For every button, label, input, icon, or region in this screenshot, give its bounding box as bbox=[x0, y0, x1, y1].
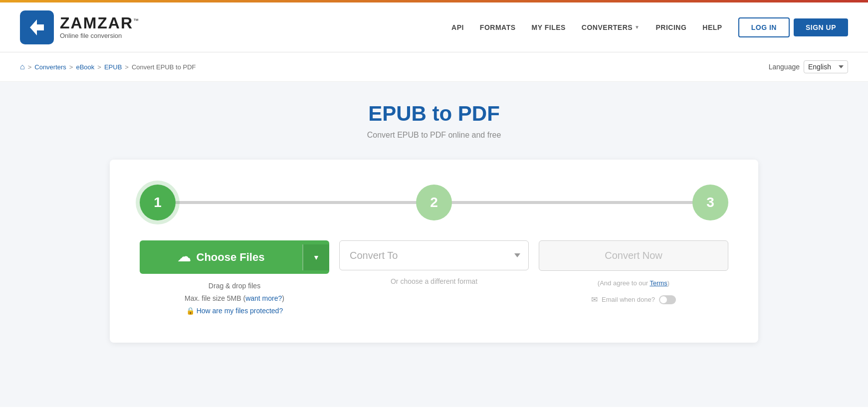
convert-to-select[interactable]: Convert To PDF DOCX MOBI bbox=[339, 240, 529, 270]
email-toggle[interactable] bbox=[659, 295, 676, 304]
terms-link[interactable]: Terms bbox=[650, 279, 667, 287]
nav-pricing[interactable]: PRICING bbox=[656, 23, 687, 31]
choose-files-col: ☁ Choose Files ▼ Drag & drop files Max. … bbox=[140, 240, 329, 318]
protection-row: 🔒 How are my files protected? bbox=[185, 305, 284, 317]
actions-row: ☁ Choose Files ▼ Drag & drop files Max. … bbox=[140, 240, 728, 318]
converters-dropdown-arrow: ▼ bbox=[635, 24, 640, 30]
svg-marker-0 bbox=[30, 19, 44, 35]
breadcrumb-current: Convert EPUB to PDF bbox=[132, 63, 196, 71]
upload-icon: ☁ bbox=[178, 249, 191, 265]
want-more-link[interactable]: want more? bbox=[245, 294, 282, 302]
breadcrumb-bar: ⌂ > Converters > eBook > EPUB > Convert … bbox=[0, 52, 868, 82]
choose-files-button[interactable]: ☁ Choose Files ▼ bbox=[140, 240, 329, 274]
page-subtitle: Convert EPUB to PDF online and free bbox=[20, 131, 848, 140]
choose-files-label: Choose Files bbox=[197, 251, 265, 264]
nav-formats[interactable]: FORMATS bbox=[480, 23, 516, 31]
nav-help[interactable]: HELP bbox=[702, 23, 722, 31]
convert-now-hints: (And agree to our Terms) ✉ Email when do… bbox=[591, 277, 676, 308]
logo-icon bbox=[20, 10, 54, 44]
breadcrumb-ebook[interactable]: eBook bbox=[76, 63, 94, 71]
language-label: Language bbox=[769, 63, 800, 71]
step-3: 3 bbox=[692, 185, 728, 220]
signup-button[interactable]: SIGN UP bbox=[794, 18, 848, 36]
convert-now-button[interactable]: Convert Now bbox=[539, 240, 728, 271]
main-content: EPUB to PDF Convert EPUB to PDF online a… bbox=[0, 82, 868, 407]
choose-files-dropdown-arrow[interactable]: ▼ bbox=[302, 244, 329, 270]
convert-to-col: Convert To PDF DOCX MOBI Or choose a dif… bbox=[339, 240, 529, 285]
language-select[interactable]: English French German Spanish bbox=[804, 60, 848, 73]
protection-link[interactable]: How are my files protected? bbox=[197, 307, 283, 315]
breadcrumb-home[interactable]: ⌂ bbox=[20, 62, 25, 71]
nav-api[interactable]: API bbox=[451, 23, 464, 31]
language-area: Language English French German Spanish bbox=[769, 60, 848, 73]
main-nav: API FORMATS MY FILES CONVERTERS ▼ PRICIN… bbox=[451, 23, 722, 31]
lock-icon: 🔒 bbox=[186, 307, 195, 315]
page-title: EPUB to PDF bbox=[20, 102, 848, 126]
step-1: 1 bbox=[140, 185, 176, 220]
step-2: 2 bbox=[416, 185, 452, 220]
breadcrumb-epub[interactable]: EPUB bbox=[104, 63, 122, 71]
email-row: ✉ Email when done? bbox=[591, 292, 676, 308]
email-label: Email when done? bbox=[602, 293, 655, 306]
nav-my-files[interactable]: MY FILES bbox=[532, 23, 566, 31]
drag-drop-text: Drag & drop files bbox=[185, 280, 284, 292]
max-size-text: Max. file size 5MB (want more?) bbox=[185, 292, 284, 305]
convert-to-hint: Or choose a different format bbox=[391, 277, 477, 285]
logo-tagline: Online file conversion bbox=[60, 32, 140, 39]
breadcrumb: ⌂ > Converters > eBook > EPUB > Convert … bbox=[20, 62, 196, 71]
breadcrumb-converters[interactable]: Converters bbox=[34, 63, 66, 71]
logo[interactable]: ZAMZAR™ Online file conversion bbox=[20, 10, 140, 44]
login-button[interactable]: LOG IN bbox=[738, 17, 790, 37]
steps-row: 1 2 3 bbox=[140, 185, 728, 220]
email-icon: ✉ bbox=[591, 292, 598, 308]
convert-now-col: Convert Now (And agree to our Terms) ✉ E… bbox=[539, 240, 728, 308]
file-info: Drag & drop files Max. file size 5MB (wa… bbox=[185, 280, 284, 318]
terms-text: (And agree to our Terms) bbox=[591, 277, 676, 290]
logo-text: ZAMZAR™ Online file conversion bbox=[60, 15, 140, 39]
converter-box: 1 2 3 ☁ Choose Files ▼ bbox=[110, 160, 758, 343]
header: ZAMZAR™ Online file conversion API FORMA… bbox=[0, 2, 868, 52]
nav-converters[interactable]: CONVERTERS ▼ bbox=[582, 23, 640, 31]
logo-name: ZAMZAR™ bbox=[60, 15, 140, 31]
